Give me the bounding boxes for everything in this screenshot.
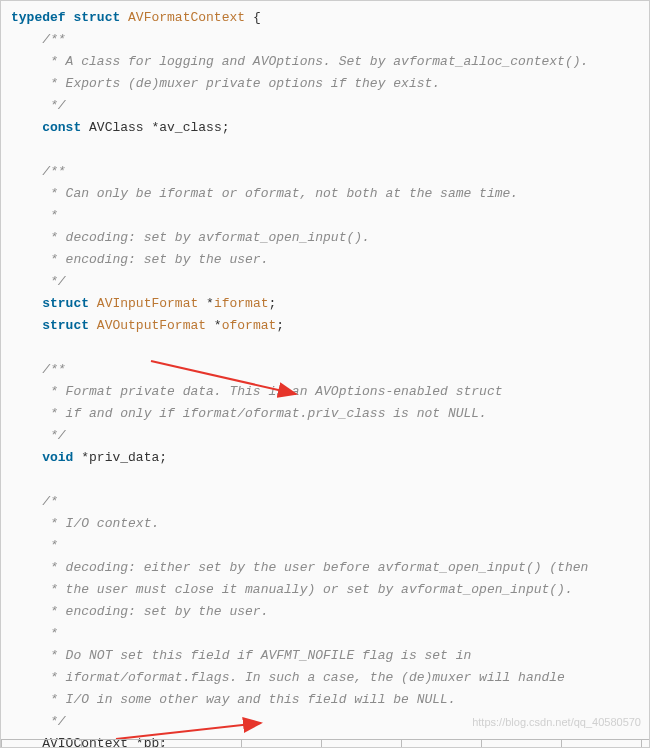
field-priv-data: *priv_data; [81, 450, 167, 465]
code-block: typedef struct AVFormatContext { /** * A… [1, 1, 649, 748]
type-avinputformat: AVInputFormat [97, 296, 198, 311]
comment-line: * Can only be iformat or oformat, not bo… [42, 186, 518, 201]
keyword-struct: struct [42, 318, 89, 333]
comment-line: /** [42, 362, 65, 377]
brace-open: { [245, 10, 261, 25]
comment-line: * if and only if iformat/oformat.priv_cl… [42, 406, 487, 421]
field-oformat: oformat [222, 318, 277, 333]
comment-line: * iformat/oformat.flags. In such a case,… [42, 670, 565, 685]
watermark-text: https://blog.csdn.net/qq_40580570 [472, 711, 641, 733]
bottom-ruler [1, 739, 649, 747]
comment-line: * [42, 626, 58, 641]
comment-line: */ [42, 714, 65, 729]
comment-line: * encoding: set by the user. [42, 252, 268, 267]
comment-line: /** [42, 164, 65, 179]
comment-line: * encoding: set by the user. [42, 604, 268, 619]
type-avformatcontext: AVFormatContext [128, 10, 245, 25]
comment-line: * I/O context. [42, 516, 159, 531]
comment-line: */ [42, 274, 65, 289]
type-avclass: AVClass [89, 120, 144, 135]
comment-line: * I/O in some other way and this field w… [42, 692, 455, 707]
comment-line: * [42, 208, 58, 223]
comment-line: /* [42, 494, 58, 509]
comment-line: * the user must close it manually) or se… [42, 582, 573, 597]
comment-line: * [42, 538, 58, 553]
comment-line: */ [42, 428, 65, 443]
keyword-struct: struct [42, 296, 89, 311]
comment-line: * A class for logging and AVOptions. Set… [42, 54, 588, 69]
field-av-class: *av_class; [151, 120, 229, 135]
comment-line: */ [42, 98, 65, 113]
comment-line: /** [42, 32, 65, 47]
field-iformat: iformat [214, 296, 269, 311]
comment-line: * Exports (de)muxer private options if t… [42, 76, 440, 91]
type-avoutputformat: AVOutputFormat [97, 318, 206, 333]
keyword-typedef: typedef [11, 10, 66, 25]
comment-line: * Format private data. This is an AVOpti… [42, 384, 502, 399]
comment-line: * decoding: set by avformat_open_input()… [42, 230, 370, 245]
keyword-struct: struct [73, 10, 120, 25]
keyword-void: void [42, 450, 73, 465]
comment-line: * decoding: either set by the user befor… [42, 560, 588, 575]
comment-line: * Do NOT set this field if AVFMT_NOFILE … [42, 648, 471, 663]
keyword-const: const [42, 120, 81, 135]
